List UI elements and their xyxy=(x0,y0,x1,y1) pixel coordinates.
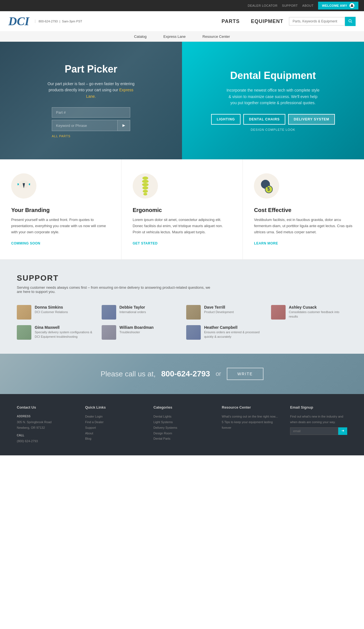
money-icon: $ xyxy=(258,178,275,194)
delivery-system-button[interactable]: DELIVERY SYSTEM xyxy=(288,114,335,125)
svg-point-11 xyxy=(143,193,147,195)
ergonomic-text: Lorem ipsum dolor sit amet, consectetur … xyxy=(133,217,232,235)
part-search-button[interactable]: ► xyxy=(118,120,130,131)
william-avatar xyxy=(102,325,116,340)
footer-resource-link-1[interactable]: What's coming out on the line right now.… xyxy=(222,414,279,420)
debbie-name: Debbie Taylor xyxy=(120,305,146,309)
spine-icon xyxy=(137,176,153,196)
gina-name: Gina Maxwell xyxy=(35,325,93,330)
heather-name: Heather Campbell xyxy=(204,325,263,330)
express-lane-link[interactable]: Express Lane xyxy=(164,34,186,39)
support-person-dave: Dave Terrill Product Development xyxy=(186,305,263,320)
footer-resource-center: Resource Center What's coming out on the… xyxy=(222,405,279,444)
svg-point-9 xyxy=(142,186,148,190)
support-person-donna: Donna Simkins DCI Customer Relations xyxy=(17,305,93,320)
svg-point-6 xyxy=(142,176,148,180)
about-link[interactable]: ABOUT xyxy=(302,4,314,7)
footer-link-about[interactable]: About xyxy=(85,431,142,436)
footer-cat-dental-parts[interactable]: Dental Parts xyxy=(153,436,211,442)
search-bar xyxy=(289,17,356,26)
footer-email-desc: Find out what's new in the industry and … xyxy=(290,414,347,425)
catalog-link[interactable]: Catalog xyxy=(134,34,147,39)
footer-cat-delivery-systems[interactable]: Delivery Systems xyxy=(153,425,211,431)
part-picker-title: Part Picker xyxy=(65,63,117,75)
svg-point-7 xyxy=(142,180,148,183)
lighting-button[interactable]: LIGHTING xyxy=(211,114,241,125)
footer-resource-title: Resource Center xyxy=(222,405,279,409)
ergonomic-link[interactable]: GET STARTED xyxy=(133,241,158,245)
search-button[interactable] xyxy=(345,17,356,26)
svg-point-17 xyxy=(268,187,269,188)
cta-or: or xyxy=(216,370,221,378)
part-picker-desc: Our part picker is fast – go even faster… xyxy=(43,81,139,99)
support-link[interactable]: SUPPORT xyxy=(282,4,298,7)
user-icon xyxy=(349,3,354,8)
cost-link[interactable]: LEARN MORE xyxy=(254,241,278,245)
svg-point-1 xyxy=(349,19,351,22)
keyword-input[interactable] xyxy=(52,120,118,131)
footer-link-blog[interactable]: Blog xyxy=(85,436,142,442)
part-picker-form: ► ALL PARTS xyxy=(52,107,130,138)
support-title: SUPPORT xyxy=(17,274,347,283)
heather-role: Ensures orders are entered & processed q… xyxy=(204,330,263,339)
welcome-button[interactable]: WELCOME AMY xyxy=(318,2,358,10)
hero-section: Part Picker Our part picker is fast – go… xyxy=(0,42,364,159)
william-info: William Boardman Troubleshooter xyxy=(120,325,154,334)
svg-point-16 xyxy=(267,186,268,187)
dental-equipment-title: Dental Equipment xyxy=(230,70,316,81)
ashley-name: Ashley Cusack xyxy=(289,305,347,309)
feature-cost: $ Cost Effective Vestibulum facilisis, e… xyxy=(243,159,364,259)
svg-point-10 xyxy=(143,190,148,193)
footer-email-submit[interactable] xyxy=(338,427,347,435)
support-description: Serving customer needs always comes firs… xyxy=(17,285,213,294)
design-complete-look-link[interactable]: DESIGN COMPLETE LOOK xyxy=(251,128,295,131)
footer-link-support[interactable]: Support xyxy=(85,425,142,431)
support-section: SUPPORT Serving customer needs always co… xyxy=(0,260,364,354)
dental-chairs-button[interactable]: DENTAL CHAIRS xyxy=(243,114,285,125)
support-person-ashley: Ashley Cusack Consolidates customer feed… xyxy=(271,305,347,320)
header: DCI 800-624-2793 | Sam-3pm PST PARTS EQU… xyxy=(0,11,364,32)
logo-subtitle: 800-624-2793 | Sam-3pm PST xyxy=(35,20,82,23)
part-number-input[interactable] xyxy=(52,107,130,118)
william-name: William Boardman xyxy=(120,325,154,330)
resource-center-link[interactable]: Resource Center xyxy=(202,34,230,39)
footer-email-input[interactable] xyxy=(290,427,338,435)
support-person-heather: Heather Campbell Ensures orders are ente… xyxy=(186,325,263,340)
ashley-role: Consolidates customer feedback into resu… xyxy=(289,310,347,319)
footer-quick-links: Quick Links Dealer Login Find a Dealer S… xyxy=(85,405,142,444)
heather-info: Heather Campbell Ensures orders are ente… xyxy=(204,325,263,339)
footer-cat-dental-lights[interactable]: Dental Lights xyxy=(153,414,211,420)
hero-dental-equipment: Dental Equipment Incorporate the newest … xyxy=(182,42,364,159)
dental-equipment-desc: Incorporate the newest office tech with … xyxy=(225,87,321,106)
footer-quick-title: Quick Links xyxy=(85,405,142,409)
footer-link-find-dealer[interactable]: Find a Dealer xyxy=(85,420,142,425)
parts-nav-link[interactable]: PARTS xyxy=(221,18,240,24)
debbie-avatar xyxy=(102,305,116,320)
branding-icon-wrap xyxy=(11,173,36,199)
write-button[interactable]: WRITE xyxy=(227,368,263,380)
footer-contact-title: Contact Us xyxy=(17,405,74,409)
footer-cat-light-systems[interactable]: Light Systems xyxy=(153,420,211,425)
footer-email-title: Email Signup xyxy=(290,405,347,409)
logo: DCI xyxy=(8,15,29,28)
cost-icon-wrap: $ xyxy=(254,173,279,199)
branding-title: Your Branding xyxy=(11,207,110,213)
main-nav: PARTS EQUIPMENT xyxy=(221,18,283,24)
search-input[interactable] xyxy=(289,17,345,25)
features-section: Your Branding Present yourself with a un… xyxy=(0,159,364,260)
all-parts-link[interactable]: ALL PARTS xyxy=(52,134,71,138)
feature-branding: Your Branding Present yourself with a un… xyxy=(0,159,122,259)
footer-email-signup: Email Signup Find out what's new in the … xyxy=(290,405,347,444)
footer-resource-link-2[interactable]: 5 Tips to keep your equipment lasting fo… xyxy=(222,420,279,431)
branding-link[interactable]: COMMING SOON xyxy=(11,241,40,245)
hero-part-picker: Part Picker Our part picker is fast – go… xyxy=(0,42,182,159)
equipment-nav-link[interactable]: EQUIPMENT xyxy=(251,18,283,24)
donna-role: DCI Customer Relations xyxy=(35,310,68,314)
dealer-locator-link[interactable]: DEALER LOCATOR xyxy=(248,4,277,7)
footer: Contact Us ADDRESS305 N. Springbrook Roa… xyxy=(0,394,364,455)
cta-text: Please call us at, xyxy=(101,370,156,378)
footer-link-dealer-login[interactable]: Dealer Login xyxy=(85,414,142,420)
cost-text: Vestibulum facilisis, est in faucibus gr… xyxy=(254,217,353,235)
footer-cat-design-room[interactable]: Design Room xyxy=(153,431,211,436)
gina-role: Specialty delivery system configurations… xyxy=(35,330,93,339)
